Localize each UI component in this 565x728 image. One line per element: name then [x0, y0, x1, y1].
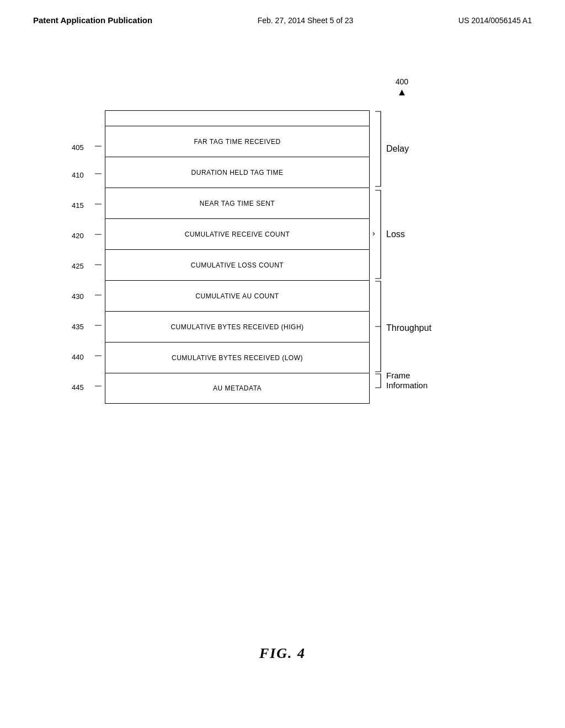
loss-label: Loss	[386, 229, 405, 239]
row-far-tag-label: FAR TAG TIME RECEIVED	[194, 138, 280, 146]
row-near-tag: NEAR TAG TIME SENT	[105, 188, 370, 218]
row-405	[105, 110, 370, 126]
row-cum-bytes-high-label: CUMULATIVE BYTES RECEIVED (HIGH)	[170, 323, 303, 331]
delay-label: Delay	[386, 144, 409, 153]
ref-400: 400 ▲	[396, 77, 408, 97]
row-cum-au: CUMULATIVE AU COUNT	[105, 280, 370, 311]
row-duration: DURATION HELD TAG TIME	[105, 157, 370, 188]
row-cum-au-label: CUMULATIVE AU COUNT	[195, 292, 279, 300]
throughput-label: Throughput	[386, 323, 431, 333]
row-au-metadata: AU METADATA	[105, 373, 370, 404]
right-brackets-svg: Delay Loss › Throughput Frame Informatio…	[370, 110, 480, 390]
row-cum-bytes-low-label: CUMULATIVE BYTES RECEIVED (LOW)	[172, 354, 303, 362]
ref-400-arrow: ▲	[396, 87, 408, 97]
diagram-area: 400 ▲ 405 410 415 420 425 430 435 440 44…	[55, 77, 508, 441]
row-au-metadata-label: AU METADATA	[213, 384, 262, 392]
row-cum-bytes-low: CUMULATIVE BYTES RECEIVED (LOW)	[105, 342, 370, 373]
row-cum-loss-label: CUMULATIVE LOSS COUNT	[191, 261, 284, 269]
row-far-tag: FAR TAG TIME RECEIVED	[105, 126, 370, 157]
frame-info-label: Frame	[386, 371, 410, 380]
ref-400-label: 400	[396, 77, 408, 86]
publication-title: Patent Application Publication	[33, 15, 152, 25]
publication-date: Feb. 27, 2014 Sheet 5 of 23	[258, 16, 354, 25]
figure-label: FIG. 4	[259, 645, 306, 662]
ref-lines-svg	[67, 143, 106, 452]
svg-text:›: ›	[372, 229, 375, 238]
row-cum-bytes-high: CUMULATIVE BYTES RECEIVED (HIGH)	[105, 311, 370, 342]
frame-info-label2: Information	[386, 381, 428, 390]
row-duration-label: DURATION HELD TAG TIME	[191, 169, 284, 176]
page-header: Patent Application Publication Feb. 27, …	[0, 0, 565, 25]
row-cum-loss: CUMULATIVE LOSS COUNT	[105, 249, 370, 280]
row-cum-receive: CUMULATIVE RECEIVE COUNT	[105, 218, 370, 249]
row-near-tag-label: NEAR TAG TIME SENT	[200, 200, 275, 207]
row-cum-receive-label: CUMULATIVE RECEIVE COUNT	[185, 231, 290, 238]
fig-text: FIG. 4	[259, 645, 306, 661]
table-container: 405 410 415 420 425 430 435 440 445	[105, 110, 370, 404]
publication-number: US 2014/0056145 A1	[459, 16, 532, 25]
